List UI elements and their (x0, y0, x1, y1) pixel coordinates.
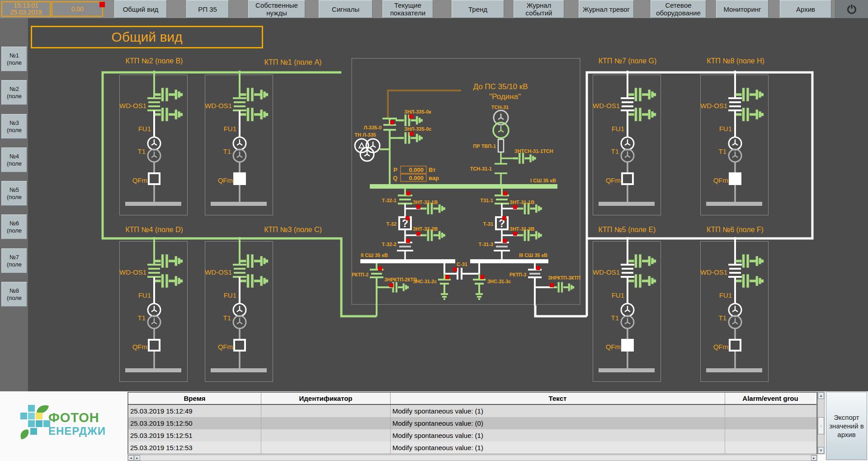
log-header-row: Время Идентификатор Текст Alarm/event gr… (128, 393, 816, 405)
t1-label: T1 (223, 147, 231, 155)
alarm-indicator (406, 216, 410, 220)
znt-31-3v-label: ЗНТ-31-3В (509, 226, 534, 232)
log-row[interactable]: 25.03.2019 15:12:51 Modify spontaneous v… (128, 429, 816, 442)
scroll-down-button[interactable]: ▼ (818, 447, 824, 454)
znt-32-2v-label: ЗНТ-32-2В (413, 226, 438, 232)
scroll-left-button[interactable]: ◄ (128, 455, 134, 461)
fu-label: FU1 (224, 125, 236, 133)
log-row[interactable]: 25.03.2019 15:12:49 Modify spontaneous v… (128, 405, 816, 417)
grip-icon: ⁞ (821, 424, 821, 428)
ktp-cell-7[interactable]: WD-OS1 FU1 T1 QFm (593, 71, 661, 215)
alarm-indicator (480, 275, 484, 279)
alarm-indicator (390, 120, 394, 124)
nav-archive[interactable]: Архив (780, 0, 831, 18)
sidebar-item-field-2[interactable]: №2 (поле (1, 80, 27, 105)
qfm-label: QFm (218, 343, 233, 351)
cell-group (725, 442, 816, 454)
ktp-cell-6[interactable]: WD-OS1 FU1 T1 QFm (700, 237, 769, 382)
nav-network-equipment[interactable]: Сетевое оборудование (651, 0, 706, 18)
nav-trend[interactable]: Тренд (452, 0, 504, 18)
nav-aux-needs[interactable]: Собственные нужды (248, 0, 305, 18)
to-ps-label: До ПС 35/10 кВ (473, 82, 528, 91)
p-value: 0.000 (409, 166, 424, 173)
log-row[interactable]: 25.03.2019 15:12:50 Modify spontaneous v… (128, 417, 816, 429)
fu-label: FU1 (612, 125, 624, 133)
alarm-indicator (378, 266, 382, 271)
cell-id (261, 417, 391, 429)
qfm-label: QFm (606, 176, 621, 184)
ktp-title: КТП №1 (поле А) (264, 58, 322, 66)
nav-monitoring[interactable]: Мониторинг (716, 0, 769, 18)
t-32-1-label: Т-32-1 (382, 198, 396, 203)
sidebar-item-field-7[interactable]: №7 (поле (1, 248, 27, 273)
alarm-indicator (513, 205, 517, 209)
alarm-indicator (409, 114, 413, 119)
scroll-up-button[interactable]: ▲ (818, 392, 824, 399)
p-label: P (393, 166, 397, 173)
scroll-thumb[interactable]: ⁞ (818, 417, 824, 434)
busbar-3-label: III СШ 35 кВ (519, 252, 547, 258)
ktp-cell-5[interactable]: WD-OS1 FU1 T1 QFm (593, 237, 661, 382)
qfm-label: QFm (132, 343, 147, 351)
clock-time: 15:13:01 (14, 2, 38, 9)
fu-label: FU1 (719, 125, 732, 133)
sidebar-item-field-1[interactable]: №1 (поле (1, 47, 27, 71)
top-bar: 15:13:01 25.03.2019 0.00 Общий вид РП 35… (0, 0, 868, 18)
nav-signals[interactable]: Сигналы (319, 0, 373, 18)
alarm-indicator (445, 275, 449, 279)
nav-overview[interactable]: Общий вид (114, 0, 167, 18)
sidebar-item-field-3[interactable]: №3 (поле (1, 114, 27, 139)
sidebar-item-field-8[interactable]: №8 (поле (1, 282, 27, 307)
ktp-cell-8[interactable]: WD-OS1 FU1 T1 QFm (700, 71, 769, 215)
horizontal-scrollbar[interactable]: ◄ ► ► (127, 455, 817, 461)
scroll-end-button[interactable]: ► (811, 455, 817, 461)
cell-time: 25.03.2019 15:12:49 (128, 405, 261, 417)
nav-alarm-log[interactable]: Журнал тревог (579, 0, 634, 18)
fu-label: FU1 (612, 291, 624, 299)
ktp-cell-1[interactable]: WD-OS1 FU1 T1 QFm (205, 71, 273, 215)
nav-rp35[interactable]: РП 35 (186, 0, 229, 18)
export-to-archive-button[interactable]: Экспорт значений в архив (826, 392, 867, 460)
value-text: 0.00 (71, 6, 83, 13)
t-31-3-label: Т-31-3 (479, 242, 493, 247)
alarm-indicator (513, 232, 517, 236)
sidebar-item-field-5[interactable]: №5 (поле (1, 181, 27, 206)
ktp-title: КТП №5 (поле Е) (599, 226, 656, 233)
qfm-label: QFm (713, 176, 728, 184)
wd-label: WD-OS1 (593, 102, 620, 109)
fu-label: FU1 (719, 291, 732, 299)
clock-date: 25.03.2019 (10, 9, 42, 16)
ktp-cell-3[interactable]: WD-OS1 FU1 T1 QFm (205, 237, 273, 382)
t-32-2-label: Т-32-2 (382, 242, 396, 247)
wd-label: WD-OS1 (700, 268, 727, 276)
nav-current-values[interactable]: Текущие показатели (382, 0, 433, 18)
tsn-31-label: ТСН-31 (491, 105, 509, 110)
right-arrow-icon: ► (812, 456, 816, 460)
sidebar-item-field-4[interactable]: №4 (поле (1, 147, 27, 172)
sidebar: №1 (поле №2 (поле №3 (поле №4 (поле №5 (… (0, 18, 28, 391)
scroll-right-button[interactable]: ► (134, 455, 140, 461)
busbar-1 (370, 184, 557, 189)
nav-event-log[interactable]: Журнал событий (514, 0, 564, 18)
l-335-0-label: Л-335-0 (363, 125, 382, 130)
ktp-cell-4[interactable]: WD-OS1 FU1 T1 QFm (119, 237, 188, 382)
log-row[interactable]: 25.03.2019 15:12:53 Modify spontaneous v… (128, 442, 816, 454)
ktp-title: КТП №4 (поле D) (125, 226, 183, 233)
power-button[interactable] (835, 0, 868, 18)
alarm-indicator (406, 191, 410, 195)
q-label: Q (393, 175, 397, 181)
logo-mosaic-icon (20, 404, 52, 440)
cell-group (725, 417, 816, 429)
pq-readout: P 0.000 Вт Q 0.000 вар (393, 166, 439, 181)
cell-text: Modify spontaneous value: (1) (391, 429, 725, 442)
right-arrow-icon: ► (136, 456, 139, 460)
ktp-cell-2[interactable]: WD-OS1 FU1 T1 QFm (119, 71, 188, 215)
vertical-scrollbar[interactable]: ▲ ⁞ ▼ (817, 392, 825, 454)
cell-id (261, 405, 391, 417)
alarm-indicator (550, 283, 554, 287)
wd-label: WD-OS1 (593, 268, 620, 276)
ktp-title: КТП №7 (поле G) (599, 57, 657, 65)
field-num: №2 (9, 86, 19, 93)
cell-text: Modify spontaneous value: (1) (391, 442, 725, 454)
sidebar-item-field-6[interactable]: №6 (поле (1, 214, 27, 239)
